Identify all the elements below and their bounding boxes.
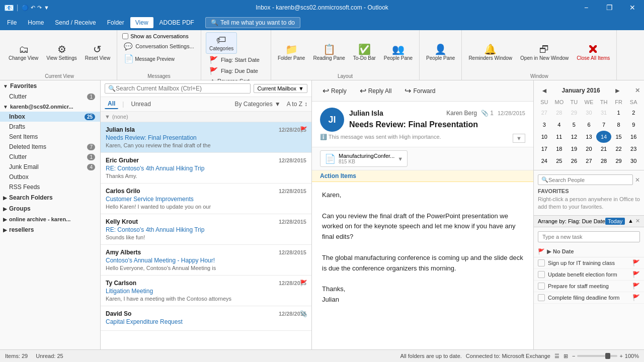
cal-day-3-6[interactable]: 23 xyxy=(626,143,641,155)
conversation-settings-button[interactable]: 💬 Conversation Settings... xyxy=(120,41,198,51)
people-search-input[interactable] xyxy=(548,177,629,183)
reply-all-button[interactable]: ↩ Reply All xyxy=(355,83,396,98)
search-box[interactable]: 🔍 xyxy=(105,83,251,94)
menu-send-receive[interactable]: Send / Receive xyxy=(50,17,101,28)
sidebar-item-deleted-items[interactable]: Deleted Items 7 xyxy=(0,142,100,152)
cal-day-1-1[interactable]: 4 xyxy=(552,119,567,131)
show-as-conversations-checkbox[interactable] xyxy=(122,33,128,39)
flag-start-date-button[interactable]: 🚩 Flag: Start Date xyxy=(206,55,266,65)
attachment-dropdown-icon[interactable]: ▼ xyxy=(397,156,403,162)
tasks-close-button[interactable]: ✕ xyxy=(635,218,640,224)
reminders-window-button[interactable]: 🔔 Reminders Window xyxy=(465,42,516,63)
reply-button[interactable]: ↩ Reply xyxy=(318,83,351,98)
cal-day-2-0[interactable]: 10 xyxy=(537,131,552,143)
cal-day-3-0[interactable]: 17 xyxy=(537,143,552,155)
cal-day-4-1[interactable]: 25 xyxy=(552,155,567,167)
layout-icon[interactable]: ⊞ xyxy=(564,353,568,359)
groups-section[interactable]: ▶ Groups xyxy=(0,203,100,214)
cal-day-4-3[interactable]: 27 xyxy=(582,155,597,167)
menu-folder[interactable]: Folder xyxy=(102,17,129,28)
filter-all-button[interactable]: All xyxy=(105,99,118,109)
favorites-section[interactable]: ▼ Favorites xyxy=(0,80,100,92)
zoom-out-button[interactable]: − xyxy=(572,353,575,359)
cal-day-3-4[interactable]: 21 xyxy=(596,143,611,155)
sidebar-item-clutter[interactable]: Clutter 1 xyxy=(0,92,100,102)
sort-button[interactable]: By Categories ▼ xyxy=(234,101,280,108)
close-all-items-button[interactable]: 🗙 Close All Items xyxy=(573,42,613,63)
close-window-button[interactable]: ✕ xyxy=(621,0,644,15)
categories-button[interactable]: 🏷 Categories xyxy=(206,32,237,54)
cal-day-4-4[interactable]: 28 xyxy=(596,155,611,167)
calendar-prev-button[interactable]: ◄ xyxy=(538,85,551,96)
sidebar-item-junk-email[interactable]: Junk Email 4 xyxy=(0,162,100,172)
people-pane-settings-button[interactable]: 👤 People Pane xyxy=(423,42,458,63)
cal-day-2-2[interactable]: 12 xyxy=(567,131,582,143)
menu-adobe-pdf[interactable]: ADOBE PDF xyxy=(154,17,199,28)
cal-day-1-3[interactable]: 6 xyxy=(582,119,597,131)
people-pane-button[interactable]: 👥 People Pane xyxy=(380,42,416,63)
to-do-bar-button[interactable]: ✅ To-Do Bar xyxy=(350,42,379,63)
people-pane-close-button[interactable]: ✕ xyxy=(635,176,640,184)
maximize-button[interactable]: ❐ xyxy=(598,0,621,15)
task-item-0[interactable]: Sign up for IT training class 🚩 xyxy=(534,257,644,269)
menu-home[interactable]: Home xyxy=(23,17,49,28)
task-checkbox-1[interactable] xyxy=(538,271,545,278)
sidebar-item-outbox[interactable]: Outbox xyxy=(0,172,100,182)
email-item-4[interactable]: Amy Alberts 12/28/2015 Contoso's Annual … xyxy=(101,245,311,276)
minimize-button[interactable]: − xyxy=(575,0,598,15)
task-item-1[interactable]: Update benefit election form 🚩 xyxy=(534,269,644,281)
action-items-button[interactable]: Action Items xyxy=(320,172,356,179)
cal-day-1-6[interactable]: 9 xyxy=(626,119,641,131)
cal-day-0-2[interactable]: 29 xyxy=(567,107,582,119)
zoom-in-button[interactable]: + xyxy=(619,353,622,359)
mailbox-dropdown[interactable]: Current Mailbox ▼ xyxy=(254,84,307,93)
email-item-5[interactable]: Ty Carlson 12/28/2015 🚩 Litigation Meeti… xyxy=(101,276,311,306)
email-item-3[interactable]: Kelly Krout 12/28/2015 RE: Contoso's 4th… xyxy=(101,214,311,245)
cal-day-4-6[interactable]: 30 xyxy=(626,155,641,167)
sidebar-item-drafts[interactable]: Drafts xyxy=(0,122,100,132)
cal-day-0-5[interactable]: 1 xyxy=(611,107,626,119)
task-item-2[interactable]: Prepare for staff meeting 🚩 xyxy=(534,281,644,292)
cal-day-3-3[interactable]: 20 xyxy=(582,143,597,155)
menu-view[interactable]: View xyxy=(130,17,153,28)
message-preview-button[interactable]: 📄 Message Preview xyxy=(120,52,178,65)
email-item-0[interactable]: Julian Isla 12/28/2015 🚩 Needs Review: F… xyxy=(101,122,311,153)
view-settings-button[interactable]: ⚙ View Settings xyxy=(43,42,80,63)
task-checkbox-0[interactable] xyxy=(538,259,545,266)
cal-day-3-1[interactable]: 18 xyxy=(552,143,567,155)
task-checkbox-2[interactable] xyxy=(538,283,545,290)
calendar-close-button[interactable]: ✕ xyxy=(635,87,640,94)
cal-day-1-4[interactable]: 7 xyxy=(596,119,611,131)
reading-pane-button[interactable]: 📋 Reading Pane xyxy=(309,42,348,63)
cal-day-1-0[interactable]: 3 xyxy=(537,119,552,131)
flag-due-date-button[interactable]: 🚩 Flag: Due Date xyxy=(206,66,266,76)
cal-day-2-4[interactable]: 14 xyxy=(596,131,611,143)
email-item-2[interactable]: Carlos Grilo 12/28/2015 Customer Service… xyxy=(101,184,311,214)
calendar-next-button[interactable]: ► xyxy=(611,85,624,96)
forward-button[interactable]: ↪ Forward xyxy=(400,83,440,98)
cal-day-4-2[interactable]: 26 xyxy=(567,155,582,167)
email-item-1[interactable]: Eric Gruber 12/28/2015 RE: Contoso's 4th… xyxy=(101,153,311,184)
cal-day-0-1[interactable]: 28 xyxy=(552,107,567,119)
task-item-3[interactable]: Complete filing deadline form 🚩 xyxy=(534,292,644,304)
tell-me-input[interactable]: 🔍 Tell me what you want to do xyxy=(205,17,300,28)
cal-day-0-6[interactable]: 2 xyxy=(626,107,641,119)
filter-unread-button[interactable]: Unread xyxy=(128,100,153,109)
cal-day-0-4[interactable]: 31 xyxy=(596,107,611,119)
cal-day-1-5[interactable]: 8 xyxy=(611,119,626,131)
menu-file[interactable]: File xyxy=(2,17,22,28)
sidebar-item-inbox[interactable]: Inbox 25 xyxy=(0,112,100,122)
tasks-scroll-up[interactable]: ▲ xyxy=(628,218,633,224)
cal-day-4-0[interactable]: 24 xyxy=(537,155,552,167)
sidebar-item-clutter2[interactable]: Clutter 1 xyxy=(0,152,100,162)
view-icon[interactable]: ☰ xyxy=(554,353,559,359)
dropdown-chevron[interactable]: ▼ xyxy=(513,134,525,143)
online-archive-section[interactable]: ▶ online archive - karen... xyxy=(0,214,100,224)
sort2-button[interactable]: A to Z ↕ xyxy=(287,101,307,108)
reset-view-button[interactable]: ↺ Reset View xyxy=(82,42,114,63)
new-task-input[interactable] xyxy=(538,231,640,242)
email-item-6[interactable]: David So 12/28/2015 📎 Capital Expenditur… xyxy=(101,306,311,331)
sidebar-item-sent-items[interactable]: Sent Items xyxy=(0,132,100,142)
cal-day-2-5[interactable]: 15 xyxy=(611,131,626,143)
cal-day-3-2[interactable]: 19 xyxy=(567,143,582,155)
